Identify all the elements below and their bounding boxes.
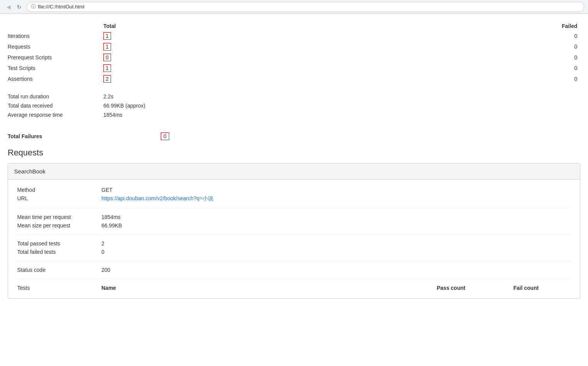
summary-row-label: Requests: [8, 41, 103, 52]
summary-row-label: Assertions: [8, 74, 103, 84]
stats-value: 1854ms: [103, 112, 122, 118]
summary-row-failed: 0: [333, 52, 580, 63]
info-icon: ⓘ: [31, 3, 36, 10]
tests-section-label: Tests: [17, 285, 101, 291]
summary-header-label: [8, 21, 103, 31]
stats-value: 2.2s: [103, 93, 113, 100]
stats-row: Total data received66.99KB (approx): [8, 101, 580, 110]
summary-row: Prerequest Scripts00: [8, 52, 580, 63]
browser-nav-buttons: ◀ ↻: [4, 2, 24, 11]
status-code-value: 200: [101, 267, 110, 273]
passed-tests-row: Total passed tests2: [17, 239, 571, 248]
summary-row-label: Test Scripts: [8, 63, 103, 74]
summary-header-total: Total: [103, 21, 333, 31]
mean-time-value: 1854ms: [101, 214, 121, 220]
method-label: Method: [17, 187, 101, 193]
summary-row-failed: 0: [333, 41, 580, 52]
address-bar[interactable]: ⓘ file:///C:/htmlOut.html: [27, 2, 584, 12]
summary-table: Total Failed Iterations10Requests10Prere…: [8, 21, 580, 84]
summary-row-total: 1: [103, 63, 333, 74]
mean-size-row: Mean size per request66.99KB: [17, 221, 571, 230]
stats-label: Average response time: [8, 112, 103, 118]
tests-col-name-header: Name: [101, 285, 437, 291]
tests-col-pass-header: Pass count: [437, 285, 513, 291]
failed-tests-row: Total failed tests0: [17, 248, 571, 256]
summary-header-failed: Failed: [333, 21, 580, 31]
back-button[interactable]: ◀: [4, 2, 13, 11]
stats-label: Total data received: [8, 103, 103, 109]
stats-section: Total run duration2.2sTotal data receive…: [8, 92, 580, 119]
method-row: MethodGET: [17, 186, 571, 194]
status-code-row: Status code200: [17, 266, 571, 274]
failed-tests-label: Total failed tests: [17, 249, 101, 255]
stats-value: 66.99KB (approx): [103, 103, 145, 109]
summary-row-total: 0: [103, 52, 333, 63]
request-card-header: SearchBook: [8, 163, 580, 180]
total-failures-row: Total Failures 0: [8, 129, 580, 148]
failed-tests-value: 0: [101, 249, 105, 255]
summary-row: Iterations10: [8, 31, 580, 41]
mean-size-value: 66.99KB: [101, 222, 122, 229]
request-cards-container: SearchBookMethodGETURLhttps://api.douban…: [8, 163, 580, 299]
request-card: SearchBookMethodGETURLhttps://api.douban…: [8, 163, 580, 299]
requests-heading: Requests: [8, 148, 580, 158]
summary-row: Assertions20: [8, 74, 580, 84]
total-failures-value: 0: [161, 132, 169, 140]
status-code-label: Status code: [17, 267, 101, 273]
browser-chrome: ◀ ↻ ⓘ file:///C:/htmlOut.html: [0, 0, 588, 14]
summary-row-label: Prerequest Scripts: [8, 52, 103, 63]
summary-row: Requests10: [8, 41, 580, 52]
url-label: URL: [17, 195, 101, 202]
address-text: file:///C:/htmlOut.html: [38, 4, 84, 10]
summary-row-failed: 0: [333, 31, 580, 41]
tests-col-fail-header: Fail count: [513, 285, 571, 291]
reload-button[interactable]: ↻: [15, 2, 24, 11]
stats-row: Average response time1854ms: [8, 110, 580, 119]
passed-tests-label: Total passed tests: [17, 240, 101, 247]
passed-tests-value: 2: [101, 240, 105, 247]
summary-row: Test Scripts10: [8, 63, 580, 74]
mean-time-label: Mean time per request: [17, 214, 101, 220]
method-value: GET: [101, 187, 113, 193]
url-value[interactable]: https://api.douban.com/v2/book/search?q=…: [101, 195, 213, 202]
url-row: URLhttps://api.douban.com/v2/book/search…: [17, 194, 571, 203]
summary-row-label: Iterations: [8, 31, 103, 41]
tests-header-row: Tests Name Pass count Fail count: [17, 284, 571, 292]
summary-row-total: 1: [103, 31, 333, 41]
page-content: Total Failed Iterations10Requests10Prere…: [0, 14, 588, 322]
summary-row-total: 2: [103, 74, 333, 84]
request-card-body: MethodGETURLhttps://api.douban.com/v2/bo…: [8, 180, 580, 298]
mean-time-row: Mean time per request1854ms: [17, 213, 571, 221]
total-failures-label: Total Failures: [8, 133, 103, 139]
stats-label: Total run duration: [8, 93, 103, 100]
summary-row-total: 1: [103, 41, 333, 52]
summary-row-failed: 0: [333, 63, 580, 74]
mean-size-label: Mean size per request: [17, 222, 101, 229]
stats-row: Total run duration2.2s: [8, 92, 580, 101]
summary-row-failed: 0: [333, 74, 580, 84]
